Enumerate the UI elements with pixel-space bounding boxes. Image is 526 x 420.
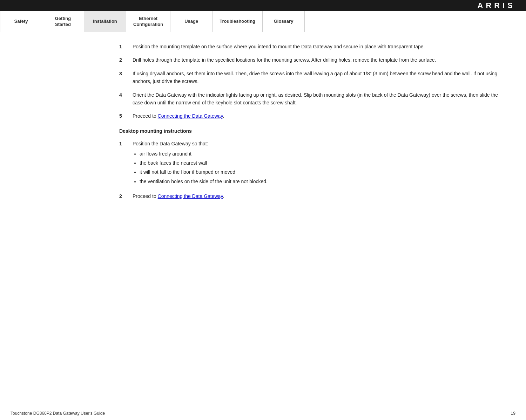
step-4-num: 4: [119, 91, 130, 99]
step-1: 1 Position the mounting template on the …: [119, 43, 505, 50]
nav-glossary[interactable]: Glossary: [263, 11, 305, 32]
step-4-text: Orient the Data Gateway with the indicat…: [133, 91, 505, 107]
desktop-step-2: 2 Proceed to Connecting the Data Gateway…: [119, 192, 505, 200]
connecting-gateway-link-2[interactable]: Connecting the Data Gateway: [158, 193, 223, 199]
footer-right: 19: [511, 411, 515, 416]
desktop-step-1: 1 Position the Data Gateway so that: air…: [119, 140, 505, 187]
nav-getting-started[interactable]: GettingStarted: [42, 11, 84, 32]
footer: Touchstone DG860P2 Data Gateway User's G…: [0, 408, 526, 416]
bullet-1: air flows freely around it: [140, 150, 268, 158]
desktop-step-1-bullets: air flows freely around it the back face…: [133, 150, 268, 186]
navigation: Safety GettingStarted Installation Ether…: [0, 11, 526, 32]
wall-mount-steps: 1 Position the mounting template on the …: [119, 43, 505, 120]
step-2-text: Drill holes through the template in the …: [133, 56, 505, 64]
desktop-step-1-content: Position the Data Gateway so that: air f…: [133, 140, 268, 187]
connecting-gateway-link-1[interactable]: Connecting the Data Gateway: [158, 113, 223, 119]
step-3-num: 3: [119, 70, 130, 77]
nav-safety[interactable]: Safety: [0, 11, 42, 32]
nav-troubleshooting[interactable]: Troubleshooting: [213, 11, 263, 32]
step-5-num: 5: [119, 112, 130, 120]
arris-logo: ARRIS: [478, 1, 515, 10]
step-2: 2 Drill holes through the template in th…: [119, 56, 505, 64]
header: ARRIS: [0, 0, 526, 11]
step-2-num: 2: [119, 56, 130, 64]
step-3: 3 If using drywall anchors, set them int…: [119, 70, 505, 85]
step-5: 5 Proceed to Connecting the Data Gateway…: [119, 112, 505, 120]
main-content: 1 Position the mounting template on the …: [0, 32, 526, 226]
desktop-step-2-num: 2: [119, 192, 130, 200]
desktop-section-heading: Desktop mounting instructions: [119, 127, 505, 135]
desktop-steps: 1 Position the Data Gateway so that: air…: [119, 140, 505, 200]
bullet-4: the ventilation holes on the side of the…: [140, 178, 268, 185]
desktop-step-1-text: Position the Data Gateway so that:: [133, 141, 208, 146]
footer-left: Touchstone DG860P2 Data Gateway User's G…: [11, 411, 105, 416]
nav-installation[interactable]: Installation: [84, 11, 126, 32]
nav-usage[interactable]: Usage: [170, 11, 213, 32]
step-3-text: If using drywall anchors, set them into …: [133, 70, 505, 85]
step-5-text: Proceed to Connecting the Data Gateway.: [133, 112, 505, 120]
desktop-step-1-num: 1: [119, 140, 130, 187]
bullet-3: it will not fall to the floor if bumped …: [140, 168, 268, 176]
desktop-step-2-text: Proceed to Connecting the Data Gateway.: [133, 192, 505, 200]
nav-ethernet-config[interactable]: EthernetConfiguration: [126, 11, 170, 32]
step-4: 4 Orient the Data Gateway with the indic…: [119, 91, 505, 107]
step-1-text: Position the mounting template on the su…: [133, 43, 505, 50]
bullet-2: the back faces the nearest wall: [140, 159, 268, 167]
step-1-num: 1: [119, 43, 130, 50]
